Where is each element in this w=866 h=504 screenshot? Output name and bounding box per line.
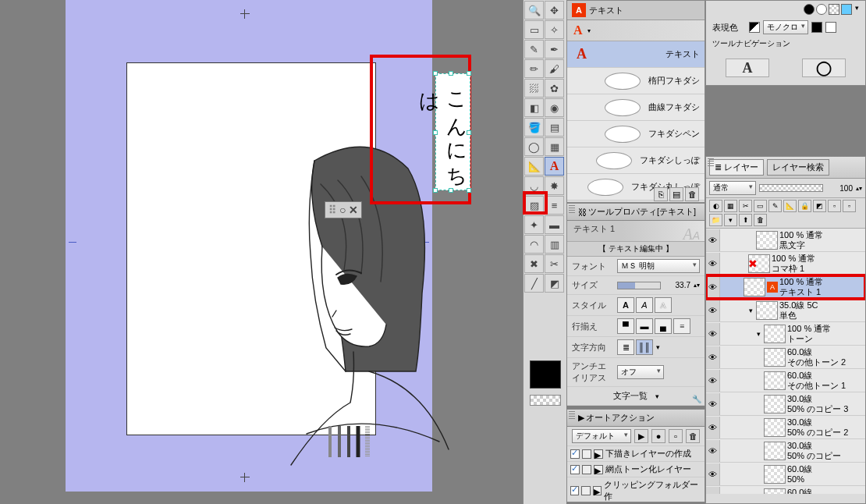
auto-action-item[interactable]: ▶クリッピングフォルダー作 bbox=[567, 477, 705, 504]
wrench-icon[interactable]: 🔧 bbox=[692, 395, 701, 403]
layer-row[interactable]: 👁30.0線50% のコピー 2 bbox=[706, 416, 865, 439]
tool-deco[interactable]: ✿ bbox=[545, 79, 564, 98]
visibility-icon[interactable]: 👁 bbox=[706, 229, 720, 251]
align-just[interactable]: ≡ bbox=[673, 318, 690, 334]
tool-line[interactable]: ╱ bbox=[524, 274, 544, 293]
tool-move[interactable]: ✥ bbox=[545, 1, 564, 20]
dropdown-icon[interactable]: ▾ bbox=[587, 27, 591, 34]
tool-eyedropper[interactable]: ✎ bbox=[524, 40, 544, 59]
horizontal-button[interactable]: ≣ bbox=[617, 339, 634, 355]
li-icon[interactable]: ✎ bbox=[768, 200, 782, 212]
resize-handle[interactable] bbox=[449, 71, 453, 76]
auto-action-item[interactable]: ▶下描きレイヤーの作成 bbox=[567, 446, 705, 462]
tool-gradient[interactable]: ▤ bbox=[545, 118, 564, 137]
li-icon[interactable]: 🗑 bbox=[754, 214, 767, 226]
settings-icon[interactable]: ▤ bbox=[669, 187, 683, 201]
dropdown-icon[interactable]: ▾ bbox=[855, 4, 859, 15]
layer-row[interactable]: 👁60.0線その他トーン 1 bbox=[706, 369, 865, 392]
grip-icon[interactable] bbox=[708, 158, 714, 168]
tool-correct[interactable]: ✂ bbox=[545, 254, 564, 273]
page-inner[interactable] bbox=[126, 62, 376, 435]
trash-icon[interactable]: 🗑 bbox=[685, 187, 699, 201]
li-icon[interactable]: 🔒 bbox=[798, 200, 811, 212]
tool-panel[interactable]: ▬ bbox=[545, 215, 564, 234]
visibility-icon[interactable]: 👁 bbox=[706, 487, 720, 495]
align-top[interactable]: ▀ bbox=[617, 318, 634, 334]
tool-eraser[interactable]: ◧ bbox=[524, 98, 544, 117]
charlist-row[interactable]: 文字一覧 ▾ bbox=[567, 387, 705, 406]
resize-handle[interactable] bbox=[467, 188, 471, 193]
tool-select-rect[interactable]: ▭ bbox=[524, 20, 544, 39]
tool-hat[interactable]: ◠ bbox=[524, 235, 544, 254]
action-set-dropdown[interactable]: デフォルト bbox=[572, 429, 631, 443]
transparent-swatch[interactable] bbox=[829, 4, 839, 15]
vertical-text-box[interactable]: こんにちは bbox=[435, 73, 470, 190]
subtool-tab[interactable]: A テキスト bbox=[567, 1, 705, 20]
canvas-area[interactable]: こんにちは ⠿ ○ ✕ bbox=[0, 0, 523, 504]
expression-dropdown[interactable]: モノクロ bbox=[763, 20, 808, 34]
resize-handle[interactable] bbox=[433, 188, 438, 193]
tool-blend[interactable]: ◉ bbox=[545, 98, 564, 117]
visibility-icon[interactable]: 👁 bbox=[706, 463, 720, 485]
align-bot[interactable]: ▄ bbox=[655, 318, 672, 334]
align-mid[interactable]: ▬ bbox=[636, 318, 653, 334]
opacity-slider[interactable] bbox=[759, 184, 823, 192]
visibility-icon[interactable]: 👁 bbox=[706, 323, 720, 345]
visibility-icon[interactable]: 👁 bbox=[706, 440, 720, 462]
outline-button[interactable]: A bbox=[655, 297, 672, 313]
visibility-icon[interactable]: 👁 bbox=[706, 300, 720, 321]
layer-row[interactable]: 👁100 % 通常黒文字 bbox=[706, 229, 865, 252]
italic-button[interactable]: A bbox=[636, 297, 653, 313]
subtool-item[interactable]: 曲線フキダシ bbox=[567, 94, 705, 121]
black-swatch[interactable] bbox=[804, 4, 815, 15]
layer-row[interactable]: 👁60.0線40% bbox=[706, 486, 865, 494]
tool-ruler[interactable]: 📐 bbox=[524, 157, 544, 176]
confirm-button[interactable]: ○ bbox=[339, 204, 346, 216]
opacity-value[interactable]: 100 bbox=[826, 184, 853, 193]
cancel-button[interactable]: ✕ bbox=[349, 204, 358, 216]
li-icon[interactable]: ▫ bbox=[828, 200, 841, 212]
tool-saturated2[interactable]: ✦ bbox=[524, 215, 544, 234]
visibility-icon[interactable]: 👁 bbox=[706, 370, 720, 392]
layer-row[interactable]: 👁A100 % 通常テキスト 1 bbox=[706, 275, 865, 299]
li-icon[interactable]: ◩ bbox=[813, 200, 826, 212]
size-slider[interactable] bbox=[617, 282, 661, 289]
visibility-icon[interactable]: 👁 bbox=[706, 346, 720, 368]
li-icon[interactable]: ▭ bbox=[754, 200, 767, 212]
tool-misc[interactable]: ◩ bbox=[545, 274, 564, 293]
tool-cross[interactable]: ✖ bbox=[524, 254, 544, 273]
balloon-nav-button[interactable]: ◯ bbox=[802, 59, 846, 77]
tool-pencil[interactable]: ✏ bbox=[524, 59, 544, 78]
resize-handle[interactable] bbox=[449, 188, 453, 193]
tool-zoom[interactable]: 🔍 bbox=[524, 1, 544, 20]
li-icon[interactable]: ▾ bbox=[724, 214, 737, 226]
stepper-icon[interactable]: ▴▾ bbox=[694, 282, 700, 289]
trash-icon[interactable]: 🗑 bbox=[686, 429, 700, 443]
layer-tab[interactable]: ≣レイヤー bbox=[709, 159, 764, 176]
tool-pen[interactable]: ✒ bbox=[545, 40, 564, 59]
layer-row[interactable]: 👁30.0線50% のコピー 3 bbox=[706, 392, 865, 416]
li-icon[interactable]: 📁 bbox=[709, 214, 722, 226]
transparent-swatch[interactable] bbox=[530, 395, 561, 406]
dropdown-icon[interactable]: ▾ bbox=[656, 343, 660, 351]
text-nav-button[interactable]: A bbox=[726, 59, 769, 77]
bold-button[interactable]: A bbox=[617, 297, 634, 313]
auto-action-item[interactable]: ▶網点トーン化レイヤー bbox=[567, 462, 705, 477]
subtool-item[interactable]: 楕円フキダシ bbox=[567, 68, 705, 94]
visibility-icon[interactable]: 👁 bbox=[706, 393, 720, 415]
black-chip[interactable] bbox=[811, 22, 822, 33]
font-dropdown[interactable]: ＭＳ 明朝 bbox=[617, 259, 700, 273]
resize-handle[interactable] bbox=[433, 71, 438, 76]
tool-text[interactable]: A bbox=[545, 157, 564, 176]
grip-icon[interactable] bbox=[569, 411, 575, 421]
resize-handle[interactable] bbox=[467, 71, 471, 76]
li-icon[interactable]: ▦ bbox=[724, 200, 737, 212]
layer-row[interactable]: 👁✖100 % 通常コマ枠 1 bbox=[706, 252, 865, 275]
copy-icon[interactable]: ⎘ bbox=[654, 187, 668, 201]
layer-row[interactable]: 👁▾35.0線 5C単色 bbox=[706, 299, 865, 322]
layer-row[interactable]: 👁60.0線50% bbox=[706, 463, 865, 486]
new-icon[interactable]: ▫ bbox=[669, 429, 683, 443]
toolbar-handle-icon[interactable]: ⠿ bbox=[328, 204, 336, 216]
tool-fill[interactable]: 🪣 bbox=[524, 118, 544, 137]
subtool-item[interactable]: フキダシしっぽ bbox=[567, 147, 705, 174]
